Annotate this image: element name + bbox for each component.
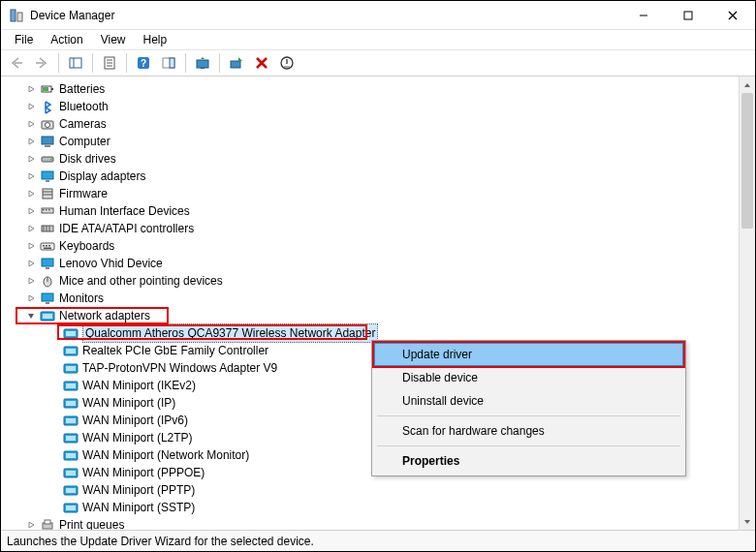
toolbar-disable-button[interactable] xyxy=(275,51,299,75)
toolbar-action-pane-button[interactable] xyxy=(157,51,180,75)
tree-label: Disk drives xyxy=(59,150,116,168)
ide-icon xyxy=(40,221,55,236)
svg-rect-52 xyxy=(46,302,49,304)
chevron-right-icon[interactable] xyxy=(24,135,38,148)
context-menu-properties[interactable]: Properties xyxy=(375,449,682,473)
tree-category[interactable]: Computer xyxy=(5,133,737,150)
chevron-right-icon[interactable] xyxy=(24,239,38,253)
menu-item-label: Disable device xyxy=(402,371,478,384)
toolbar-forward-button[interactable] xyxy=(30,51,53,75)
tree-category-network-adapters[interactable]: Network adapters xyxy=(5,307,737,324)
svg-rect-21 xyxy=(51,88,53,90)
tree-category[interactable]: IDE ATA/ATAPI controllers xyxy=(5,220,737,237)
chevron-right-icon[interactable] xyxy=(24,204,38,218)
menu-separator xyxy=(377,445,680,446)
tree-label: WAN Miniport (IPv6) xyxy=(82,412,188,429)
menu-item-label: Scan for hardware changes xyxy=(402,424,545,438)
computer-icon xyxy=(40,134,55,149)
network-icon xyxy=(63,465,79,480)
device-tree[interactable]: BatteriesBluetoothCamerasComputerDisk dr… xyxy=(1,77,739,530)
svg-rect-64 xyxy=(66,401,76,406)
tree-category[interactable]: Disk drives xyxy=(5,150,737,168)
tree-category[interactable]: Keyboards xyxy=(5,237,737,255)
tree-category[interactable]: Monitors xyxy=(5,290,737,307)
tree-category[interactable]: Human Interface Devices xyxy=(5,202,737,220)
maximize-button[interactable] xyxy=(666,1,710,30)
tree-category[interactable]: Cameras xyxy=(5,115,737,133)
tree-category[interactable]: Firmware xyxy=(5,185,737,202)
svg-rect-31 xyxy=(43,189,52,199)
svg-rect-18 xyxy=(231,61,240,68)
camera-icon xyxy=(40,116,55,132)
tree-device[interactable]: WAN Miniport (PPTP) xyxy=(5,481,737,499)
chevron-right-icon[interactable] xyxy=(24,518,38,530)
hid-icon xyxy=(40,203,55,219)
context-menu-update-driver[interactable]: Update driver xyxy=(374,343,683,366)
tree-label: Monitors xyxy=(59,290,104,307)
chevron-right-icon[interactable] xyxy=(24,100,38,113)
chevron-right-icon[interactable] xyxy=(24,291,38,305)
close-button[interactable] xyxy=(710,1,755,30)
chevron-right-icon[interactable] xyxy=(24,152,38,166)
tree-label: Print queues xyxy=(59,516,124,530)
tree-device[interactable]: WAN Miniport (SSTP) xyxy=(5,499,737,516)
toolbar-back-button[interactable] xyxy=(5,51,28,75)
scroll-thumb[interactable] xyxy=(741,93,753,229)
tree-category[interactable]: Display adapters xyxy=(5,168,737,185)
network-icon xyxy=(63,447,79,463)
tree-category[interactable]: Lenovo Vhid Device xyxy=(5,255,737,272)
svg-rect-15 xyxy=(170,58,174,68)
tree-label: Mice and other pointing devices xyxy=(59,272,223,290)
window-title: Device Manager xyxy=(30,9,114,22)
svg-rect-0 xyxy=(11,10,16,21)
chevron-right-icon[interactable] xyxy=(24,117,38,131)
toolbar-update-driver-button[interactable] xyxy=(191,51,214,75)
svg-rect-62 xyxy=(66,383,76,388)
bluetooth-icon xyxy=(40,99,55,114)
tree-label: Realtek PCIe GbE Family Controller xyxy=(82,342,268,359)
svg-rect-44 xyxy=(46,245,47,247)
chevron-down-icon[interactable] xyxy=(24,309,38,322)
chevron-right-icon[interactable] xyxy=(24,187,38,200)
svg-rect-16 xyxy=(197,60,208,68)
status-text: Launches the Update Driver Wizard for th… xyxy=(7,535,314,548)
chevron-right-icon[interactable] xyxy=(24,82,38,96)
context-menu-uninstall-device[interactable]: Uninstall device xyxy=(375,389,682,413)
chevron-right-icon[interactable] xyxy=(24,222,38,235)
tree-category[interactable]: Mice and other pointing devices xyxy=(5,272,737,290)
toolbar: ? xyxy=(1,49,755,77)
mouse-icon xyxy=(40,273,55,289)
toolbar-uninstall-button[interactable] xyxy=(250,51,273,75)
network-icon xyxy=(40,308,55,323)
menu-view[interactable]: View xyxy=(93,31,134,48)
toolbar-scan-button[interactable] xyxy=(225,51,248,75)
toolbar-show-tree-button[interactable] xyxy=(64,51,87,75)
scroll-track[interactable] xyxy=(740,93,755,513)
network-icon xyxy=(63,343,79,358)
app-icon xyxy=(9,8,24,23)
tree-category-print-queues[interactable]: Print queues xyxy=(5,516,737,530)
vertical-scrollbar[interactable] xyxy=(739,77,755,530)
svg-rect-6 xyxy=(70,58,81,68)
scroll-up-button[interactable] xyxy=(740,77,755,93)
tree-label: WAN Miniport (SSTP) xyxy=(82,499,195,516)
svg-rect-37 xyxy=(48,209,50,211)
context-menu-scan-hardware[interactable]: Scan for hardware changes xyxy=(375,419,682,443)
svg-text:?: ? xyxy=(141,58,146,69)
chevron-right-icon[interactable] xyxy=(24,169,38,183)
menu-file[interactable]: File xyxy=(7,31,41,48)
tree-category[interactable]: Bluetooth xyxy=(5,98,737,115)
chevron-right-icon[interactable] xyxy=(24,274,38,288)
chevron-right-icon[interactable] xyxy=(24,257,38,270)
svg-rect-46 xyxy=(44,248,51,250)
network-icon xyxy=(63,500,79,515)
svg-rect-45 xyxy=(48,245,50,247)
minimize-button[interactable] xyxy=(621,1,666,30)
toolbar-properties-button[interactable] xyxy=(98,51,121,75)
menu-help[interactable]: Help xyxy=(136,31,175,48)
toolbar-help-button[interactable]: ? xyxy=(132,51,155,75)
menu-action[interactable]: Action xyxy=(43,31,90,48)
context-menu-disable-device[interactable]: Disable device xyxy=(375,366,682,389)
tree-category[interactable]: Batteries xyxy=(5,80,737,98)
scroll-down-button[interactable] xyxy=(740,513,755,530)
